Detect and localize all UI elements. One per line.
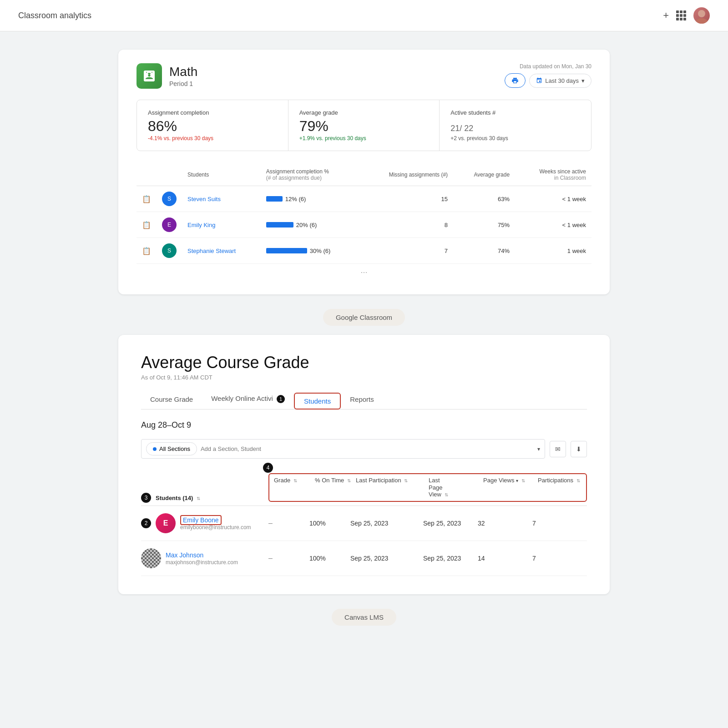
lastpart-sort-icon[interactable]: ⇅ (404, 478, 408, 483)
all-sections-label: All Sections (159, 445, 190, 452)
canvas-participations: 7 (532, 520, 587, 527)
participations-sort-icon[interactable]: ⇅ (576, 478, 580, 483)
canvas-student-row: Max Johnson maxjohnson@instructure.com –… (141, 541, 587, 576)
canvas-grade: – (268, 554, 309, 562)
gc-row-completion: 20% (6) (261, 212, 361, 238)
svg-point-1 (695, 18, 708, 24)
all-sections-dot (153, 447, 157, 451)
canvas-col-grade: Grade ⇅ (274, 477, 315, 498)
gc-separator: Google Classroom (118, 309, 610, 326)
students-sort-icon[interactable]: ⇅ (197, 496, 200, 501)
tab-weekly-badge: 1 (277, 395, 285, 403)
lastpage-sort-icon[interactable]: ⇅ (445, 492, 448, 497)
gc-student-row: 📋 S Stephanie Stewart 30% (6) 7 74% 1 we… (136, 238, 592, 264)
google-classroom-section: Math Period 1 Data updated on Mon, Jan 3… (118, 50, 610, 294)
gc-stat-grade-value: 79% (299, 119, 429, 133)
all-sections-pill[interactable]: All Sections (146, 442, 197, 455)
canvas-download-icon[interactable]: ⬇ (571, 441, 587, 457)
tab-course-grade[interactable]: Course Grade (141, 391, 202, 409)
tab-weekly-online[interactable]: Weekly Online Activi 1 (202, 390, 294, 409)
canvas-table-header-row: 3 Students (14) ⇅ 4 Grade ⇅ % On Time ⇅ … (141, 470, 587, 506)
user-avatar[interactable] (693, 7, 710, 24)
gc-data-updated: Data updated on Mon, Jan 30 (520, 63, 592, 70)
gc-row-name[interactable]: Stephanie Stewart (182, 238, 261, 264)
gc-col-avatar (157, 164, 182, 186)
gc-row-avatar: S (157, 186, 182, 212)
badge-4: 4 (263, 463, 273, 473)
svg-point-0 (698, 10, 705, 17)
gc-stat-active-suffix: / 22 (460, 124, 473, 133)
canvas-last-participation: Sep 25, 2023 (350, 520, 423, 527)
gc-print-button[interactable] (505, 73, 526, 88)
gc-row-missing: 7 (361, 238, 454, 264)
gc-row-weeks: < 1 week (515, 212, 592, 238)
canvas-filter-box: All Sections ▾ (141, 439, 545, 459)
pageviews-filter-icon[interactable]: ▾ (516, 478, 518, 483)
app-title: Classroom analytics (18, 11, 91, 20)
canvas-on-time: 100% (309, 555, 350, 562)
canvas-source-label[interactable]: Canvas LMS (332, 609, 396, 626)
canvas-col-pageviews: Page Views ▾ ⇅ (483, 477, 538, 498)
gc-row-grade: 75% (453, 212, 515, 238)
gc-row-icon: 📋 (136, 212, 157, 238)
canvas-date-range: Aug 28–Oct 9 (141, 420, 587, 430)
gc-row-icon: 📋 (136, 186, 157, 212)
gc-source-label[interactable]: Google Classroom (323, 309, 405, 326)
canvas-columns-highlight: 4 Grade ⇅ % On Time ⇅ Last Participation… (268, 473, 587, 502)
canvas-student-info: Max Johnson maxjohnson@instructure.com (141, 548, 268, 568)
gc-stat-grade-label: Average grade (299, 109, 429, 116)
canvas-col-students-header: 3 Students (14) ⇅ (141, 494, 268, 502)
canvas-student-rows: 2 E Emily Boone emilyboone@instructure.c… (141, 506, 587, 576)
badge-2: 2 (141, 518, 151, 528)
gc-header: Math Period 1 Data updated on Mon, Jan 3… (136, 63, 592, 89)
gc-row-grade: 63% (453, 186, 515, 212)
gc-student-table: Students Assignment completion %(# of as… (136, 164, 592, 264)
ontime-sort-icon[interactable]: ⇅ (347, 478, 351, 483)
pageviews-sort-icon[interactable]: ⇅ (521, 478, 525, 483)
student-name[interactable]: Max Johnson (166, 551, 203, 559)
badge-3: 3 (141, 493, 151, 503)
gc-stat-completion-label: Assignment completion (148, 109, 277, 116)
tab-students[interactable]: Students (294, 393, 341, 410)
gc-dropdown-icon: ▾ (581, 77, 585, 84)
gc-row-name[interactable]: Emily King (182, 212, 261, 238)
gc-stats-row: Assignment completion 86% -4.1% vs. prev… (136, 100, 592, 151)
gc-date-filter-button[interactable]: Last 30 days ▾ (529, 74, 592, 88)
gc-col-missing: Missing assignments (#) (361, 164, 454, 186)
canvas-email-icon[interactable]: ✉ (550, 441, 566, 457)
gc-row-missing: 15 (361, 186, 454, 212)
gc-stat-active-label: Active students # (450, 109, 580, 116)
gc-col-grade: Average grade (453, 164, 515, 186)
canvas-separator: Canvas LMS (118, 609, 610, 626)
canvas-student-email: maxjohnson@instructure.com (166, 559, 238, 566)
gc-row-avatar: E (157, 212, 182, 238)
gc-row-weeks: < 1 week (515, 186, 592, 212)
canvas-avatar: E (156, 513, 176, 533)
apps-grid-icon[interactable] (676, 10, 686, 20)
section-student-input[interactable] (201, 445, 534, 452)
grade-sort-icon[interactable]: ⇅ (293, 478, 297, 483)
gc-stat-active: Active students # 21/ 22 +2 vs. previous… (440, 100, 591, 151)
canvas-section: Average Course Grade As of Oct 9, 11:46 … (118, 335, 610, 594)
add-button[interactable]: + (663, 10, 669, 21)
gc-stat-active-value: 21/ 22 (450, 119, 580, 133)
tab-reports-label: Reports (350, 395, 374, 403)
gc-stat-completion-value: 86% (148, 119, 277, 133)
student-name[interactable]: Emily Boone (180, 515, 222, 525)
top-bar-right: + (663, 7, 710, 24)
canvas-grade: – (268, 519, 309, 527)
gc-stat-grade-delta: +1.9% vs. previous 30 days (299, 135, 429, 142)
gc-row-icon: 📋 (136, 238, 157, 264)
tab-course-grade-label: Course Grade (150, 395, 193, 403)
gc-period: Period 1 (169, 80, 197, 87)
gc-course-name: Math (169, 65, 197, 79)
gc-row-name[interactable]: Steven Suits (182, 186, 261, 212)
tab-reports[interactable]: Reports (341, 391, 383, 409)
filter-chevron-icon[interactable]: ▾ (537, 446, 540, 452)
gc-controls: Last 30 days ▾ (505, 73, 592, 88)
gc-stat-grade: Average grade 79% +1.9% vs. previous 30 … (288, 100, 440, 151)
gc-stat-completion-delta: -4.1% vs. previous 30 days (148, 135, 277, 142)
canvas-col-lastpart: Last Participation ⇅ (356, 477, 429, 498)
gc-row-weeks: 1 week (515, 238, 592, 264)
gc-col-icon (136, 164, 157, 186)
